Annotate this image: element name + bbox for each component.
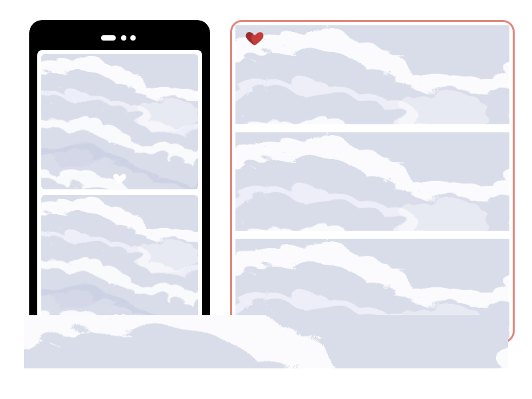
panel-card-stack: [230, 20, 515, 343]
phone-screen: [37, 50, 202, 334]
heart-icon[interactable]: [245, 28, 265, 48]
phone-preview: [29, 20, 210, 343]
heart-icon[interactable]: [112, 171, 127, 186]
svg-rect-9: [24, 315, 508, 368]
phone-speaker: [101, 35, 116, 41]
zoom-panel: [230, 20, 515, 343]
svg-rect-7: [235, 132, 509, 231]
panel-card[interactable]: [235, 132, 509, 231]
svg-rect-6: [235, 25, 509, 124]
panel-card-overflow: [24, 315, 508, 368]
svg-rect-4: [41, 54, 198, 190]
phone-camera-dot: [121, 35, 126, 41]
phone-card[interactable]: [41, 54, 198, 190]
phone-card[interactable]: [41, 195, 198, 331]
svg-rect-5: [41, 195, 198, 331]
panel-card[interactable]: [235, 25, 509, 124]
phone-sensor-dot: [130, 35, 136, 41]
